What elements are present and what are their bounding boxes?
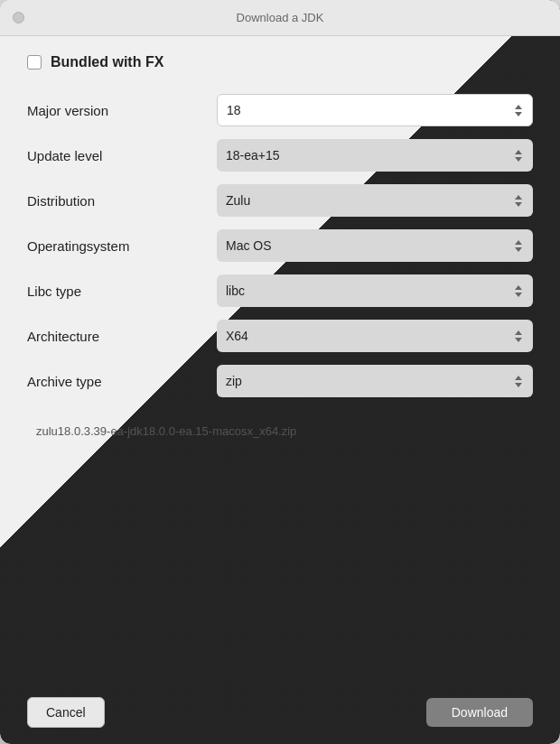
architecture-label: Architecture <box>27 329 217 344</box>
archive-type-wrapper: zip tar.gz pkg dmg <box>217 365 533 397</box>
major-version-select[interactable]: 17 18 19 20 21 <box>217 94 533 126</box>
update-level-select[interactable]: 18-ea+15 18-ea+14 18-ea+13 <box>217 139 533 172</box>
os-label: Operatingsystem <box>27 238 217 254</box>
os-row: Operatingsystem Mac OS Linux Windows <box>27 226 533 265</box>
bundled-fx-label: Bundled with FX <box>51 54 163 70</box>
os-wrapper: Mac OS Linux Windows <box>217 229 533 262</box>
architecture-row: Architecture X64 ARM64 X32 <box>27 316 533 356</box>
dialog-window: Download a JDK Bundled with FX Major ver… <box>0 0 560 744</box>
archive-type-row: Archive type zip tar.gz pkg dmg <box>27 361 533 401</box>
libc-label: Libc type <box>27 284 217 299</box>
update-level-wrapper: 18-ea+15 18-ea+14 18-ea+13 <box>217 139 533 172</box>
distribution-select[interactable]: Zulu Temurin GraalVM Liberica Corretto <box>217 184 533 217</box>
distribution-label: Distribution <box>27 193 217 209</box>
update-level-label: Update level <box>27 148 217 163</box>
major-version-label: Major version <box>27 103 217 118</box>
filename-area: zulu18.0.3.39-ea-jdk18.0.0-ea.15-macosx_… <box>27 423 533 439</box>
architecture-select[interactable]: X64 ARM64 X32 <box>217 320 533 352</box>
libc-row: Libc type libc musl <box>27 271 533 311</box>
title-bar: Download a JDK <box>0 0 560 36</box>
libc-wrapper: libc musl <box>217 274 533 307</box>
cancel-button[interactable]: Cancel <box>27 697 105 728</box>
bundled-fx-checkbox[interactable] <box>27 55 42 70</box>
distribution-row: Distribution Zulu Temurin GraalVM Liberi… <box>27 181 533 220</box>
form-rows: Major version 17 18 19 20 21 <box>27 90 533 401</box>
download-button[interactable]: Download <box>426 698 533 727</box>
window-title: Download a JDK <box>237 11 324 24</box>
bundled-fx-row: Bundled with FX <box>27 54 533 70</box>
filename-text: zulu18.0.3.39-ea-jdk18.0.0-ea.15-macosx_… <box>36 424 296 438</box>
update-level-row: Update level 18-ea+15 18-ea+14 18-ea+13 <box>27 135 533 175</box>
distribution-wrapper: Zulu Temurin GraalVM Liberica Corretto <box>217 184 533 217</box>
dialog-footer: Cancel Download <box>0 681 560 744</box>
dialog-content: Bundled with FX Major version 17 18 19 2… <box>0 36 560 681</box>
os-select[interactable]: Mac OS Linux Windows <box>217 229 533 262</box>
close-button[interactable] <box>13 12 24 23</box>
major-version-wrapper: 17 18 19 20 21 <box>217 94 533 126</box>
title-bar-buttons <box>13 12 24 23</box>
archive-type-label: Archive type <box>27 374 217 389</box>
libc-select[interactable]: libc musl <box>217 274 533 307</box>
archive-type-select[interactable]: zip tar.gz pkg dmg <box>217 365 533 397</box>
architecture-wrapper: X64 ARM64 X32 <box>217 320 533 352</box>
major-version-row: Major version 17 18 19 20 21 <box>27 90 533 130</box>
